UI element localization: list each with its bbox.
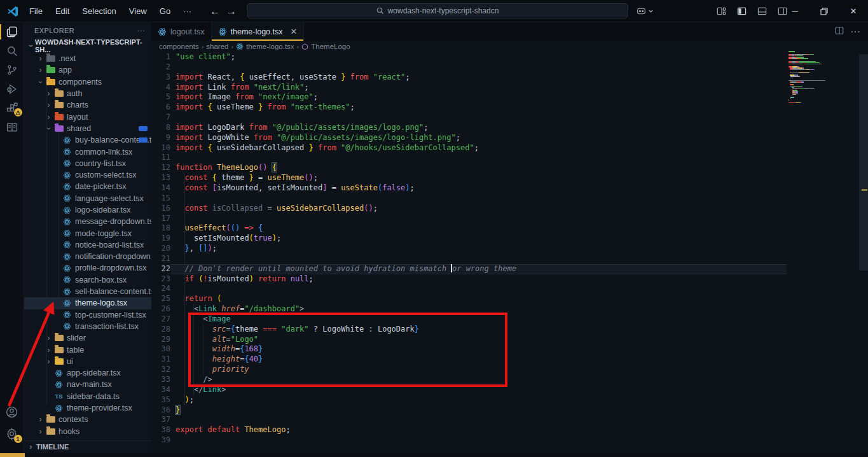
tree-file-sell-balance-content-tsx[interactable]: sell-balance-content.tsx [24, 286, 151, 297]
code-line-15[interactable]: 15 [151, 193, 868, 204]
extensions-icon[interactable]: ⚠ [0, 99, 24, 118]
restore-button[interactable] [809, 0, 839, 22]
tree-file-app-sidebar-tsx[interactable]: app-sidebar.tsx [24, 367, 151, 379]
code-line-7[interactable]: 7 [151, 113, 868, 123]
code-line-30[interactable]: 30 width={168} [151, 344, 868, 355]
tree-folder-shared[interactable]: ›shared [24, 123, 151, 134]
source-control-icon[interactable] [0, 60, 24, 80]
breadcrumb-item-shared[interactable]: shared [206, 43, 228, 50]
tree-folder-hooks[interactable]: ›hooks [24, 426, 151, 437]
tree-folder-charts[interactable]: ›charts [24, 99, 151, 111]
menu-file[interactable]: File [23, 6, 49, 16]
code-line-1[interactable]: 1"use client"; [151, 52, 868, 62]
editor-more-actions-button[interactable]: ··· [850, 26, 860, 38]
code-line-35[interactable]: 35 ); [151, 395, 868, 405]
toggle-primary-sidebar-button[interactable] [733, 3, 750, 20]
code-line-23[interactable]: 23 if (!isMounted) return null; [151, 274, 868, 285]
split-editor-button[interactable] [835, 26, 844, 38]
tree-folder-slider[interactable]: ›slider [24, 332, 151, 344]
remote-indicator[interactable]: >< [0, 453, 25, 457]
tree-file-language-select-tsx[interactable]: language-select.tsx [24, 193, 151, 204]
sidebar-more-actions[interactable]: ··· [137, 27, 145, 34]
menu-[interactable]: ··· [177, 6, 198, 16]
breadcrumb-item-components[interactable]: components [159, 43, 199, 50]
code-editor[interactable]: 1"use client";23import React, { useEffec… [151, 52, 868, 457]
code-line-28[interactable]: 28 src={theme === "dark" ? LogoWhite : L… [151, 325, 868, 335]
code-line-14[interactable]: 14 const [isMounted, setIsMounted] = use… [151, 183, 868, 193]
code-line-4[interactable]: 4import Link from "next/link"; [151, 83, 868, 93]
code-line-31[interactable]: 31 height={40} [151, 355, 868, 365]
code-line-34[interactable]: 34 </Link> [151, 385, 868, 395]
tree-file-common-link-tsx[interactable]: common-link.tsx [24, 146, 151, 157]
code-line-5[interactable]: 5import Image from "next/image"; [151, 92, 868, 102]
nav-forward-button[interactable]: → [226, 6, 237, 17]
code-line-39[interactable]: 39 [151, 435, 868, 446]
tree-file-custom-select-tsx[interactable]: custom-select.tsx [24, 169, 151, 181]
accounts-icon[interactable] [0, 401, 24, 423]
customize-layout-button[interactable] [712, 3, 730, 20]
code-line-11[interactable]: 11 [151, 153, 868, 163]
tree-file-nav-main-tsx[interactable]: nav-main.tsx [24, 379, 151, 390]
command-center-search[interactable]: wowdash-next-typescript-shadcn [247, 3, 628, 18]
tree-file-date-picker-tsx[interactable]: date-picker.tsx [24, 181, 151, 192]
minimap[interactable] [789, 51, 860, 105]
code-line-33[interactable]: 33 /> [151, 375, 868, 385]
code-line-17[interactable]: 17 [151, 214, 868, 224]
tree-folder-contexts[interactable]: ›contexts [24, 414, 151, 425]
tab-logout-tsx[interactable]: logout.tsx [151, 22, 212, 41]
menu-selection[interactable]: Selection [76, 6, 122, 16]
tree-file-theme-provider-tsx[interactable]: theme-provider.tsx [24, 402, 151, 414]
tree-folder-auth[interactable]: ›auth [24, 88, 151, 99]
tree-file-logo-sidebar-tsx[interactable]: logo-sidebar.tsx [24, 204, 151, 216]
tree-file-profile-dropdown-tsx[interactable]: profile-dropdown.tsx [24, 262, 151, 274]
code-line-12[interactable]: 12function ThemeLogo() { [151, 163, 868, 173]
search-view-icon[interactable] [0, 41, 24, 60]
tree-file-mode-toggle-tsx[interactable]: mode-toggle.tsx [24, 227, 151, 239]
code-line-32[interactable]: 32 priority [151, 365, 868, 375]
close-window-button[interactable]: ✕ [839, 0, 868, 22]
code-line-3[interactable]: 3import React, { useEffect, useState } f… [151, 73, 868, 83]
code-line-26[interactable]: 26 <Link href="/dashboard"> [151, 304, 868, 314]
workspace-root-folder[interactable]: › WOWDASH-NEXT-TYPESCRIPT-SH... [24, 39, 151, 53]
minimize-button[interactable]: ─ [780, 0, 809, 22]
code-line-24[interactable]: 24 [151, 284, 868, 294]
run-and-debug-icon[interactable] [0, 80, 24, 99]
code-line-29[interactable]: 29 alt="Logo" [151, 335, 868, 345]
code-line-36[interactable]: 36} [151, 405, 868, 416]
code-line-8[interactable]: 8import LogoDark from "@/public/assets/i… [151, 123, 868, 133]
explorer-icon[interactable] [0, 22, 24, 41]
breadcrumb-item-theme-logo-tsx[interactable]: theme-logo.tsx [236, 43, 294, 50]
tree-file-country-list-tsx[interactable]: country-list.tsx [24, 158, 151, 169]
code-line-18[interactable]: 18 useEffect(() => { [151, 223, 868, 234]
tree-folder-components[interactable]: ›components [24, 76, 151, 88]
code-line-37[interactable]: 37 [151, 415, 868, 425]
tree-file-search-box-tsx[interactable]: search-box.tsx [24, 274, 151, 286]
tree-file-notice-board-list-tsx[interactable]: notice-board-list.tsx [24, 239, 151, 251]
close-tab-icon[interactable]: ✕ [291, 27, 298, 36]
code-line-25[interactable]: 25 return ( [151, 294, 868, 304]
tree-file-theme-logo-tsx[interactable]: theme-logo.tsx [24, 297, 151, 309]
tree-folder-table[interactable]: ›table [24, 344, 151, 355]
timeline-section-header[interactable]: › TIMELINE [24, 440, 151, 452]
breadcrumb-item-ThemeLogo[interactable]: ThemeLogo [301, 43, 350, 50]
tab-theme-logo-tsx[interactable]: theme-logo.tsx✕ [212, 22, 305, 41]
code-line-19[interactable]: 19 setIsMounted(true); [151, 234, 868, 244]
code-line-9[interactable]: 9import LogoWhite from "@/public/assets/… [151, 133, 868, 143]
code-line-13[interactable]: 13 const { theme } = useTheme(); [151, 173, 868, 183]
book-icon[interactable] [0, 118, 24, 137]
menu-view[interactable]: View [123, 6, 153, 16]
code-line-10[interactable]: 10import { useSidebarCollapsed } from "@… [151, 143, 868, 153]
copilot-button[interactable] [636, 0, 654, 22]
toggle-panel-button[interactable] [753, 3, 771, 20]
editor-scrollbar[interactable] [859, 54, 868, 271]
tree-file-notification-dropdown-[interactable]: notification-dropdown... [24, 251, 151, 262]
code-line-27[interactable]: 27 <Image [151, 314, 868, 325]
settings-gear-icon[interactable]: 1 [0, 423, 24, 444]
menu-edit[interactable]: Edit [49, 6, 76, 16]
tree-file-message-dropdown-tsx[interactable]: message-dropdown.tsx [24, 216, 151, 227]
menu-go[interactable]: Go [153, 6, 177, 16]
code-line-38[interactable]: 38export default ThemeLogo; [151, 425, 868, 435]
tree-folder-app[interactable]: ›app [24, 64, 151, 76]
tree-file-top-customer-list-tsx[interactable]: top-customer-list.tsx [24, 309, 151, 321]
code-line-21[interactable]: 21 [151, 254, 868, 264]
